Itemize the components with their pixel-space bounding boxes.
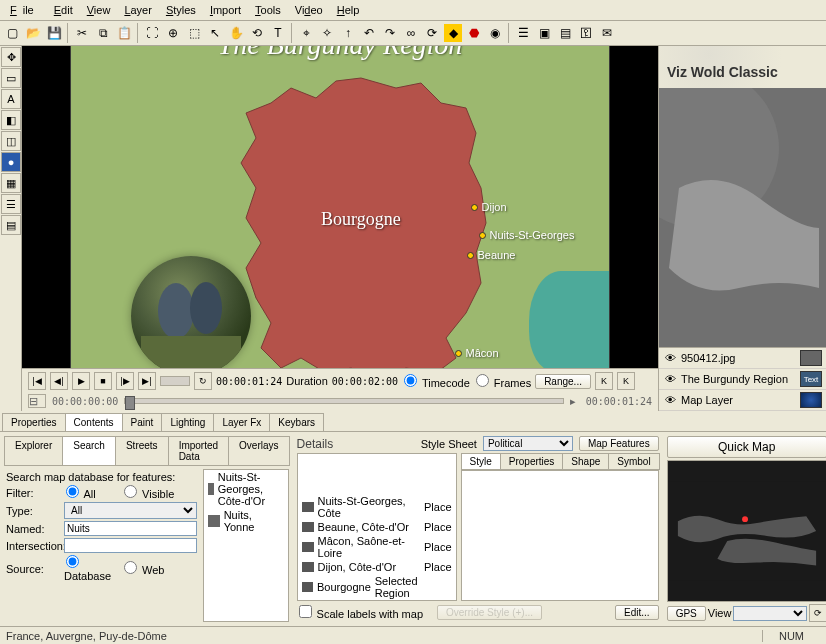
- timeline-toggle-icon[interactable]: ⊟: [28, 394, 46, 408]
- cut-icon[interactable]: ✂: [72, 23, 92, 43]
- result-row[interactable]: Nuits, Yonne: [204, 508, 288, 534]
- clapper-icon[interactable]: ▤: [555, 23, 575, 43]
- frames-radio[interactable]: Frames: [474, 374, 531, 389]
- tab-layerfx[interactable]: Layer Fx: [213, 413, 270, 431]
- override-style-button[interactable]: Override Style (+)...: [437, 605, 542, 620]
- scale-labels-checkbox[interactable]: Scale labels with map: [297, 605, 423, 620]
- layer-tool-icon[interactable]: ▤: [1, 215, 21, 235]
- chart-icon[interactable]: ☰: [513, 23, 533, 43]
- new-icon[interactable]: ▢: [2, 23, 22, 43]
- list-tool-icon[interactable]: ☰: [1, 194, 21, 214]
- locate-icon[interactable]: ⌖: [296, 23, 316, 43]
- stylesheet-select[interactable]: Political: [483, 436, 573, 451]
- visibility-icon[interactable]: 👁: [663, 394, 677, 406]
- zoom-in-icon[interactable]: ⊕: [163, 23, 183, 43]
- view-refresh-icon[interactable]: ⟳: [809, 604, 826, 622]
- filter-all-radio[interactable]: All: [64, 485, 118, 500]
- layer-row[interactable]: 👁 950412.jpg: [659, 348, 826, 369]
- earth-tool-icon[interactable]: ●: [1, 152, 21, 172]
- lock-icon[interactable]: ⚿: [576, 23, 596, 43]
- tab-contents[interactable]: Contents: [65, 413, 123, 431]
- timecode-radio[interactable]: Timecode: [402, 374, 470, 389]
- globe-preview[interactable]: [659, 88, 826, 347]
- step-back-icon[interactable]: ◀|: [50, 372, 68, 390]
- subtab-explorer[interactable]: Explorer: [4, 436, 63, 466]
- forward-icon[interactable]: ↷: [380, 23, 400, 43]
- source-db-radio[interactable]: Database: [64, 555, 118, 582]
- mark-in-icon[interactable]: K: [595, 372, 613, 390]
- paste-icon[interactable]: 📋: [114, 23, 134, 43]
- subtab-imported[interactable]: Imported Data: [168, 436, 229, 466]
- north-icon[interactable]: ↑: [338, 23, 358, 43]
- edit-button[interactable]: Edit...: [615, 605, 659, 620]
- menu-tools[interactable]: Tools: [249, 2, 287, 18]
- hazard-icon[interactable]: ◆: [443, 23, 463, 43]
- speed-slider[interactable]: [160, 376, 190, 386]
- visibility-icon[interactable]: 👁: [663, 352, 677, 364]
- globe-icon[interactable]: ◉: [485, 23, 505, 43]
- menu-video[interactable]: Video: [289, 2, 329, 18]
- sheet-tab-shape[interactable]: Shape: [562, 453, 609, 470]
- detail-row[interactable]: Beaune, Côte-d'OrPlace: [298, 520, 456, 534]
- pointer-icon[interactable]: ↖: [205, 23, 225, 43]
- mark-out-icon[interactable]: K: [617, 372, 635, 390]
- source-web-radio[interactable]: Web: [122, 561, 176, 576]
- copy-icon[interactable]: ⧉: [93, 23, 113, 43]
- grid-tool-icon[interactable]: ▦: [1, 173, 21, 193]
- zoom-fit-icon[interactable]: ⛶: [142, 23, 162, 43]
- sheet-tab-style[interactable]: Style: [461, 453, 501, 470]
- path-tool-icon[interactable]: ◫: [1, 131, 21, 151]
- detail-row[interactable]: Mâcon, Saône-et-LoirePlace: [298, 534, 456, 560]
- save-icon[interactable]: 💾: [44, 23, 64, 43]
- step-fwd-icon[interactable]: |▶: [116, 372, 134, 390]
- text-layer-icon[interactable]: A: [1, 89, 21, 109]
- map-features-button[interactable]: Map Features: [579, 436, 659, 451]
- compass-icon[interactable]: ✧: [317, 23, 337, 43]
- hand-icon[interactable]: ✋: [226, 23, 246, 43]
- layer-row[interactable]: 👁 The Burgundy Region Text: [659, 369, 826, 390]
- tab-keybars[interactable]: Keybars: [269, 413, 324, 431]
- timeline-track[interactable]: [124, 398, 564, 404]
- filter-visible-radio[interactable]: Visible: [122, 485, 176, 500]
- subtab-search[interactable]: Search: [62, 436, 116, 466]
- gps-button[interactable]: GPS: [667, 606, 706, 621]
- zoom-area-icon[interactable]: ⬚: [184, 23, 204, 43]
- menu-edit[interactable]: Edit: [48, 2, 79, 18]
- type-select[interactable]: All: [64, 502, 197, 519]
- move-tool-icon[interactable]: ✥: [1, 47, 21, 67]
- stop-playback-icon[interactable]: ■: [94, 372, 112, 390]
- tab-lighting[interactable]: Lighting: [161, 413, 214, 431]
- tab-paint[interactable]: Paint: [122, 413, 163, 431]
- quick-map-view[interactable]: [667, 460, 826, 602]
- layer-row[interactable]: 👁 Map Layer: [659, 390, 826, 411]
- menu-import[interactable]: Import: [204, 2, 247, 18]
- shape-tool-icon[interactable]: ◧: [1, 110, 21, 130]
- camera-icon[interactable]: ▣: [534, 23, 554, 43]
- loop-icon[interactable]: ↻: [194, 372, 212, 390]
- goto-end-icon[interactable]: ▶|: [138, 372, 156, 390]
- text-tool-icon[interactable]: T: [268, 23, 288, 43]
- intersection-input[interactable]: [64, 538, 197, 553]
- named-input[interactable]: [64, 521, 197, 536]
- detail-row[interactable]: Nuits-St-Georges, CôtePlace: [298, 494, 456, 520]
- open-icon[interactable]: 📂: [23, 23, 43, 43]
- menu-layer[interactable]: Layer: [118, 2, 158, 18]
- quick-map-button[interactable]: Quick Map: [667, 436, 826, 458]
- subtab-overlays[interactable]: Overlays: [228, 436, 289, 466]
- back-icon[interactable]: ↶: [359, 23, 379, 43]
- send-icon[interactable]: ✉: [597, 23, 617, 43]
- sheet-tab-properties[interactable]: Properties: [500, 453, 564, 470]
- subtab-streets[interactable]: Streets: [115, 436, 169, 466]
- play-icon[interactable]: ▶: [72, 372, 90, 390]
- detail-row[interactable]: BourgogneSelected Region: [298, 574, 456, 600]
- menu-file[interactable]: File: [4, 2, 46, 18]
- view-select[interactable]: [733, 606, 806, 621]
- detail-row[interactable]: Dijon, Côte-d'OrPlace: [298, 560, 456, 574]
- tab-properties[interactable]: Properties: [2, 413, 66, 431]
- search-results[interactable]: Nuits-St-Georges, Côte-d'Or Nuits, Yonne: [203, 469, 289, 622]
- menu-styles[interactable]: Styles: [160, 2, 202, 18]
- goto-start-icon[interactable]: |◀: [28, 372, 46, 390]
- rotate-icon[interactable]: ⟲: [247, 23, 267, 43]
- link-icon[interactable]: ∞: [401, 23, 421, 43]
- result-row[interactable]: Nuits-St-Georges, Côte-d'Or: [204, 470, 288, 508]
